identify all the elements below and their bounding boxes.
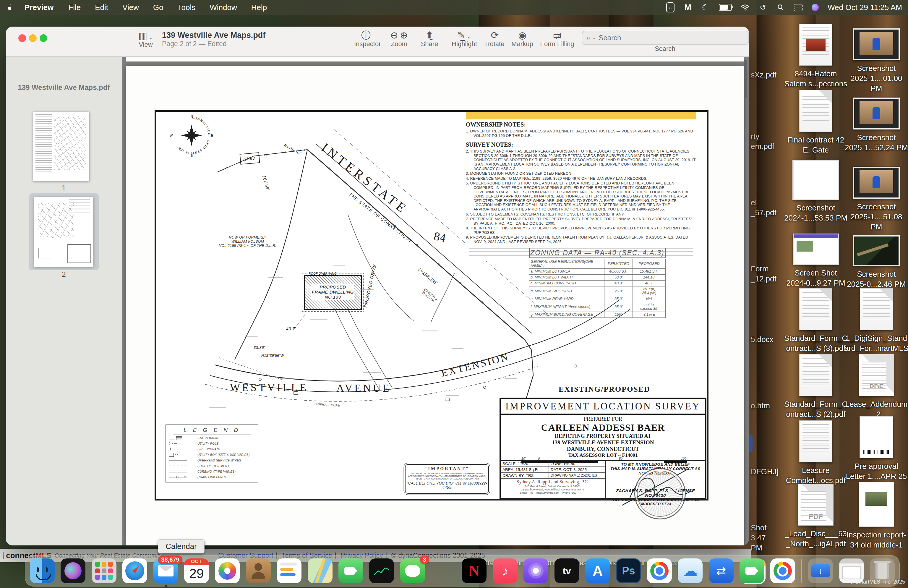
view-button[interactable]: ▥ ⌄ View	[132, 31, 159, 48]
downloads-dock-icon[interactable]	[808, 559, 833, 583]
menu-go[interactable]: Go	[153, 3, 163, 12]
desktop-file[interactable]: Pre approval Letter 1....APR 25	[844, 416, 908, 481]
browser-dock-icon[interactable]	[770, 559, 795, 583]
siri-dock-icon[interactable]	[61, 559, 85, 583]
battery-icon[interactable]	[719, 4, 732, 11]
close-button[interactable]	[18, 34, 26, 42]
spotlight-search-icon[interactable]	[776, 3, 785, 11]
page-1-bottom-edge	[126, 57, 744, 61]
menu-file[interactable]: File	[68, 3, 81, 12]
chevron-down-icon: ⌄	[467, 34, 472, 40]
apple-tv-dock-icon[interactable]: tv	[554, 559, 579, 583]
menu-help[interactable]: Help	[251, 3, 267, 12]
search-field[interactable]: ⌕ ⌄	[582, 31, 749, 45]
calendar-dock-icon[interactable]: OCT 29	[184, 559, 209, 583]
form-filling-button[interactable]: ▭̷ Form Filling	[538, 30, 576, 48]
page-2-thumbnail[interactable]	[34, 197, 93, 267]
highlight-button[interactable]: ✎̲ ⌄ Highlight	[448, 30, 481, 48]
zoom-window-button[interactable]	[40, 34, 47, 42]
inspector-button[interactable]: ⓘ Inspector	[354, 30, 378, 48]
photoshop-dock-icon[interactable]: Ps	[616, 559, 641, 583]
m-status-icon[interactable]: M	[683, 3, 692, 11]
desktop-file[interactable]: _Lead_Disc___53 _North_...igAI.pdf	[778, 484, 854, 549]
time-machine-icon[interactable]: ↺	[758, 3, 767, 11]
desktop-file[interactable]: Standard_Form_C ontract...S (3).pdf	[778, 288, 854, 353]
view-button-label: View	[132, 41, 159, 48]
mail-dock-icon[interactable]: 38,679	[153, 559, 178, 583]
menu-edit[interactable]: Edit	[95, 3, 108, 12]
music-dock-icon[interactable]: ♪	[493, 559, 518, 583]
finder-dock-icon[interactable]	[30, 559, 55, 583]
menu-view[interactable]: View	[122, 3, 139, 12]
zoning-cell: f. MAXIMUM HEIGHT (three stories)	[530, 302, 604, 312]
podcasts-dock-icon[interactable]	[523, 559, 548, 583]
launchpad-dock-icon[interactable]	[92, 559, 116, 583]
desktop-file[interactable]: 8494-Hatem Salem s...pections	[778, 24, 854, 89]
desktop-file[interactable]: Screenshot 2025-1....01.00 PM	[844, 28, 908, 93]
desktop-file-fragment[interactable]: Form _12.pdf	[751, 264, 776, 284]
markup-button[interactable]: ◉ Markup	[509, 30, 536, 48]
app-menu-preview[interactable]: Preview	[24, 3, 53, 12]
facetime-video-dock-icon[interactable]	[739, 559, 764, 583]
dock-separator	[801, 559, 802, 583]
photos-dock-icon[interactable]	[215, 559, 240, 583]
survey-note: 7. REFERENCE MADE TO MAP ENTITLED "PROPE…	[466, 217, 696, 226]
teamviewer-status-icon[interactable]: ↔	[666, 2, 675, 13]
menu-tools[interactable]: Tools	[178, 3, 196, 12]
desktop-file-fragment[interactable]: sXz.pdf	[751, 70, 776, 80]
desktop-file[interactable]: Screenshot 2025-1...52.24 PM	[844, 98, 908, 153]
siri-status-icon[interactable]	[811, 4, 819, 11]
wifi-icon[interactable]	[741, 3, 750, 11]
apple-menu[interactable]	[7, 3, 12, 12]
desktop-file[interactable]: Screenshot 2025-0...2.46 PM	[844, 235, 908, 289]
share-button[interactable]: ⬆̱ Share	[419, 30, 440, 48]
micro-text	[452, 348, 464, 349]
chrome-dock-icon[interactable]	[647, 559, 672, 583]
rotate-button[interactable]: ⟳ Rotate	[483, 30, 507, 48]
screenshot-file-icon	[793, 234, 839, 265]
desktop-file[interactable]: Standard_Form_C ontract...S (2).pdf	[778, 354, 854, 419]
app-store-dock-icon[interactable]: A	[585, 559, 610, 583]
focus-moon-icon[interactable]: ☾	[701, 3, 710, 11]
reminders-dock-icon[interactable]	[277, 559, 301, 583]
desktop-file[interactable]: Screen Shot 2024-0...9.27 PM	[778, 234, 854, 288]
facetime-dock-icon[interactable]	[338, 559, 363, 583]
zoom-buttons[interactable]: ⊖ ⊕ Zoom	[381, 30, 417, 48]
search-input[interactable]	[598, 34, 744, 42]
netflix-dock-icon[interactable]: N	[462, 559, 486, 583]
desktop-file[interactable]: Inspection report- 34 old middle-1	[844, 482, 908, 550]
client-name: CARLEEN ADDESSI BAER	[501, 422, 705, 433]
safari-dock-icon[interactable]	[122, 559, 147, 583]
file-label: Inspection report- 34 old middle-1	[844, 530, 908, 550]
desktop-file[interactable]: 1_DigiSign_Stand ard_For...martMLS	[844, 288, 908, 353]
vertical-scrollbar[interactable]	[744, 60, 747, 98]
minimize-button[interactable]	[29, 34, 37, 42]
contacts-dock-icon[interactable]	[246, 559, 271, 583]
file-label: Leasure Complet...ocs.pdf	[778, 465, 854, 485]
icloud-dock-icon[interactable]: ☁	[678, 559, 703, 583]
desktop-file-fragment[interactable]: Shot 3.47 PM	[751, 523, 767, 553]
desktop-file-fragment[interactable]: 5.docx	[751, 334, 773, 345]
stocks-chart-glyph	[373, 565, 390, 577]
desktop-file[interactable]: Final contract 42 E. Gate	[778, 90, 854, 155]
desktop-file-fragment[interactable]: rty em.pdf	[751, 131, 774, 151]
file-label: Screenshot 2025-1....51.08 PM	[844, 201, 908, 232]
stocks-dock-icon[interactable]	[369, 559, 394, 583]
messages-dock-icon[interactable]: 3	[400, 559, 425, 583]
micro-text	[268, 277, 283, 278]
control-center-icon[interactable]	[794, 4, 803, 11]
maps-dock-icon[interactable]	[308, 559, 333, 583]
page-1-thumbnail[interactable]	[33, 112, 89, 181]
desktop-file-fragment[interactable]: DFGHJ]	[751, 467, 779, 477]
desktop-file[interactable]: Leasure Complet...ocs.pdf	[778, 420, 854, 485]
desktop-file[interactable]: Screenshot 2024-1...53.53 PM	[778, 159, 854, 223]
teamviewer-dock-icon[interactable]: ⇄	[709, 559, 734, 583]
zoning-cell: e. MINIMUM REAR YARD	[530, 296, 604, 302]
desktop-file[interactable]: Lease_Addendum __2_	[844, 354, 908, 419]
menu-bar-clock[interactable]: Wed Oct 29 11:25 AM	[828, 3, 902, 12]
menu-window[interactable]: Window	[209, 3, 237, 12]
desktop-file-fragment[interactable]: o.htm	[751, 401, 770, 411]
survey-note: 2. THIS SURVEY AND MAP HAS BEEN PREPARED…	[466, 149, 696, 171]
desktop-file[interactable]: Screenshot 2025-1....51.08 PM	[844, 167, 908, 232]
desktop-file-fragment[interactable]: el _57.pdf	[751, 198, 776, 217]
